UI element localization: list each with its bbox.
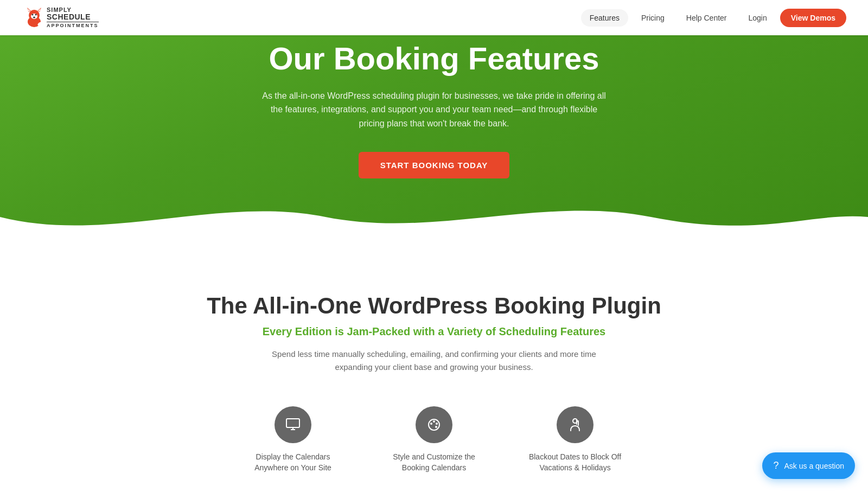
chat-widget[interactable]: ? Ask us a question: [762, 452, 855, 479]
feature-label-blackout-dates: Blackout Dates to Block Off Vacations & …: [521, 452, 629, 473]
svg-point-8: [32, 14, 34, 15]
section2-subtitle: Every Edition is Jam-Packed with a Varie…: [22, 325, 846, 338]
hero-subtitle: As the all-in-one WordPress scheduling p…: [260, 89, 608, 131]
nav-view-demos-button[interactable]: View Demos: [780, 9, 846, 27]
chat-icon: ?: [773, 460, 778, 471]
chat-label: Ask us a question: [784, 462, 844, 470]
svg-point-16: [433, 420, 435, 423]
nav: Features Pricing Help Center Login View …: [581, 9, 846, 27]
blackout-dates-icon: [557, 406, 593, 443]
style-customize-icon: [416, 406, 452, 443]
nav-features[interactable]: Features: [581, 9, 628, 27]
fox-logo-icon: [22, 5, 47, 30]
logo[interactable]: SIMPLY SCHEDULE APPOINTMENTS: [22, 5, 99, 30]
logo-text: SIMPLY SCHEDULE APPOINTMENTS: [47, 7, 99, 29]
hero-wave: [0, 184, 868, 250]
features-section: The All-in-One WordPress Booking Plugin …: [0, 250, 868, 492]
svg-point-9: [35, 14, 37, 15]
feature-label-style-customize: Style and Customize the Booking Calendar…: [380, 452, 488, 473]
hero-cta-button[interactable]: START BOOKING TODAY: [359, 152, 510, 178]
nav-pricing[interactable]: Pricing: [633, 9, 673, 27]
nav-help-center[interactable]: Help Center: [678, 9, 736, 27]
feature-label-calendar-display: Display the Calendars Anywhere on Your S…: [239, 452, 347, 473]
section2-title: The All-in-One WordPress Booking Plugin: [22, 293, 846, 319]
header: SIMPLY SCHEDULE APPOINTMENTS Features Pr…: [0, 0, 868, 35]
calendar-display-icon: [275, 406, 311, 443]
nav-login[interactable]: Login: [740, 9, 776, 27]
features-row: Display the Calendars Anywhere on Your S…: [22, 406, 846, 473]
svg-point-7: [33, 16, 35, 18]
svg-point-18: [435, 426, 437, 428]
feature-item-blackout-dates: Blackout Dates to Block Off Vacations & …: [521, 406, 629, 473]
svg-point-17: [436, 423, 438, 425]
svg-point-15: [430, 423, 432, 425]
section2-description: Spend less time manually scheduling, ema…: [266, 348, 602, 374]
feature-item-style-customize: Style and Customize the Booking Calendar…: [380, 406, 488, 473]
feature-item-calendar-display: Display the Calendars Anywhere on Your S…: [239, 406, 347, 473]
hero-section: Our Booking Features As the all-in-one W…: [0, 0, 868, 250]
hero-title: Our Booking Features: [269, 41, 599, 76]
svg-rect-11: [286, 419, 299, 427]
svg-point-19: [433, 427, 435, 430]
